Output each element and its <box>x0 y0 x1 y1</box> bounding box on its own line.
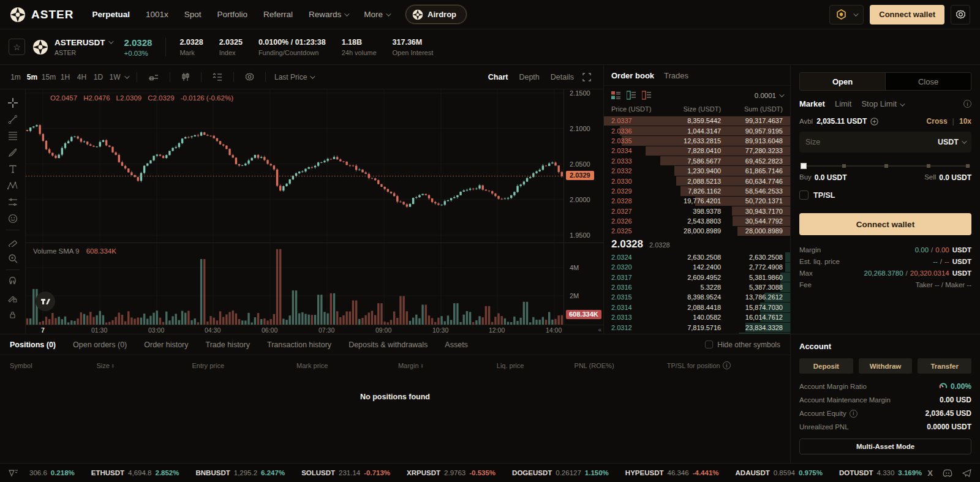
book-both-icon[interactable] <box>611 91 620 100</box>
ask-row[interactable]: 2.03347,828.041077,280.3233 <box>604 146 790 156</box>
ticker-item-adausdt[interactable]: ADAUSDT0.85940.975% <box>736 469 823 476</box>
info-icon[interactable]: i <box>963 100 971 108</box>
ask-row[interactable]: 2.03302,088.521360,634.7746 <box>604 176 790 186</box>
drawing-lock-icon[interactable] <box>8 290 17 306</box>
ticker-item[interactable]: 306.60.218% <box>29 469 75 476</box>
info-icon[interactable]: i <box>723 361 731 369</box>
bid-row[interactable]: 2.0320142.24002,772.4908 <box>604 262 790 272</box>
nav-item-spot[interactable]: Spot <box>184 10 202 19</box>
slider-mark-25[interactable] <box>842 164 846 168</box>
brand[interactable]: ASTER <box>10 7 74 23</box>
book-asks-icon[interactable] <box>642 91 651 100</box>
network-selector[interactable] <box>829 5 864 24</box>
ask-row[interactable]: 2.03262,543.880330,544.7792 <box>604 216 790 226</box>
mid-price-row[interactable]: 2.0328 2.0328 <box>604 236 790 252</box>
time-axis[interactable]: « 701:3003:0004:3006:0007:3009:0010:3012… <box>26 325 604 334</box>
hide-other-symbols-checkbox[interactable] <box>705 341 713 348</box>
favorite-button[interactable]: ☆ <box>9 39 25 55</box>
size-slider[interactable] <box>801 162 970 170</box>
ticker-item-hypeusdt[interactable]: HYPEUSDT46.346-4.441% <box>625 469 719 476</box>
ticker-item-solusdt[interactable]: SOLUSDT231.14-0.713% <box>301 469 390 476</box>
ticker-item-dogeusdt[interactable]: DOGEUSDT0.261271.150% <box>512 469 609 476</box>
ticker-item-bnbusdt[interactable]: BNBUSDT1,295.26.247% <box>196 469 285 476</box>
ask-row[interactable]: 2.03321,230.940061,865.7146 <box>604 166 790 176</box>
positions-tab-assets[interactable]: Assets <box>445 341 468 349</box>
discord-icon[interactable] <box>943 469 952 477</box>
order-type-stop-limit[interactable]: Stop Limit <box>861 99 903 108</box>
sort-icon[interactable]: ▴▾ <box>421 363 423 368</box>
display-settings-icon[interactable] <box>148 73 159 81</box>
positions-tab-open-orders-0-[interactable]: Open orders (0) <box>73 341 127 349</box>
ask-row[interactable]: 2.032819,776.420150,720.1371 <box>604 196 790 206</box>
tab-close[interactable]: Close <box>886 73 971 90</box>
size-unit-dropdown[interactable]: USDT <box>938 138 965 146</box>
positions-tab-positions-0-[interactable]: Positions (0) <box>10 341 56 349</box>
ask-row[interactable]: 2.03361,044.314790,957.9195 <box>604 126 790 135</box>
slider-handle[interactable] <box>801 163 807 169</box>
tpsl-checkbox[interactable] <box>799 190 809 200</box>
brush-icon[interactable] <box>8 144 18 160</box>
x-twitter-icon[interactable]: X <box>927 469 933 478</box>
positions-tab-order-history[interactable]: Order history <box>144 341 188 349</box>
ticker-item-ethusdt[interactable]: ETHUSDT4,694.82.852% <box>91 469 179 476</box>
slider-mark-100[interactable] <box>966 164 970 168</box>
positions-tab-trade-history[interactable]: Trade history <box>206 341 250 349</box>
order-type-limit[interactable]: Limit <box>835 99 851 108</box>
nav-item-1001x[interactable]: 1001x <box>146 10 168 19</box>
emoji-icon[interactable] <box>8 210 18 227</box>
magnet-icon[interactable] <box>8 273 17 290</box>
size-input[interactable] <box>805 138 938 146</box>
crosshair-icon[interactable] <box>7 94 18 111</box>
fullscreen-icon[interactable] <box>582 73 591 81</box>
tradingview-logo[interactable] <box>36 292 55 311</box>
ruler-icon[interactable] <box>8 233 18 250</box>
price-source-dropdown[interactable]: Last Price <box>274 73 314 81</box>
bid-row[interactable]: 2.03242,630.25082,630.2508 <box>604 252 790 262</box>
zoom-in-icon[interactable] <box>8 250 18 266</box>
bid-row[interactable]: 2.0313140.058216,014.7612 <box>604 312 790 322</box>
xabcd-pattern-icon[interactable] <box>7 177 18 194</box>
timeframe-1H[interactable]: 1H <box>57 73 74 81</box>
view-tab-details[interactable]: Details <box>551 73 574 81</box>
account-withdraw-button[interactable]: Withdraw <box>859 358 913 374</box>
text-icon[interactable] <box>9 160 17 177</box>
timeframe-5m[interactable]: 5m <box>24 73 40 81</box>
margin-mode-button[interactable]: Cross <box>927 117 948 126</box>
bid-row[interactable]: 2.03172,609.49525,381.9860 <box>604 272 790 282</box>
bid-row[interactable]: 2.03165.32285,387.3088 <box>604 282 790 292</box>
settings-button[interactable] <box>951 5 970 24</box>
deposit-plus-icon[interactable] <box>870 118 878 126</box>
book-bids-icon[interactable] <box>627 91 636 100</box>
ask-row[interactable]: 2.0327398.937830,943.7170 <box>604 206 790 216</box>
airdrop-button[interactable]: Airdrop <box>405 5 467 24</box>
orderbook-tab-trades[interactable]: Trades <box>664 71 688 80</box>
nav-item-perpetual[interactable]: Perpetual <box>92 10 130 19</box>
precision-dropdown[interactable]: 0.0001 <box>755 92 783 99</box>
order-type-market[interactable]: Market <box>799 99 825 108</box>
ask-row[interactable]: 2.03378,359.544299,317.4637 <box>604 116 790 126</box>
nav-item-referral[interactable]: Referral <box>263 10 293 19</box>
orderbook-tab-order-book[interactable]: Order book <box>611 71 654 80</box>
nav-item-portfolio[interactable]: Portfolio <box>217 10 248 19</box>
leverage-button[interactable]: 10x <box>959 117 971 126</box>
timeframe-1m[interactable]: 1m <box>7 73 24 81</box>
info-icon[interactable]: i <box>850 410 858 418</box>
long-position-icon[interactable] <box>8 194 18 210</box>
chart-settings-icon[interactable] <box>245 72 254 81</box>
account-deposit-button[interactable]: Deposit <box>799 358 853 374</box>
nav-item-rewards[interactable]: Rewards <box>309 10 348 19</box>
scroll-left-icon[interactable]: « <box>598 326 601 333</box>
multi-asset-mode-button[interactable]: Multi-Asset Mode <box>799 439 971 454</box>
slider-mark-75[interactable] <box>927 164 930 168</box>
timeframe-4H[interactable]: 4H <box>74 73 90 81</box>
bid-row[interactable]: 2.03158,398.952413,786.2612 <box>604 292 790 302</box>
ask-row[interactable]: 2.03337,586.567769,452.2823 <box>604 156 790 166</box>
ask-row[interactable]: 2.033512,633.281589,913.6048 <box>604 136 790 146</box>
fib-retracement-icon[interactable] <box>8 127 18 144</box>
bid-row[interactable]: 2.03142,088.441815,874.7030 <box>604 303 790 312</box>
trend-line-icon[interactable] <box>8 111 18 127</box>
pair-selector[interactable]: ASTERUSDT ASTER <box>55 38 112 56</box>
indicators-icon[interactable] <box>213 73 222 81</box>
hide-drawings-icon[interactable] <box>8 306 17 323</box>
positions-tab-deposits-withdrawals[interactable]: Deposits & withdrawals <box>349 341 428 349</box>
